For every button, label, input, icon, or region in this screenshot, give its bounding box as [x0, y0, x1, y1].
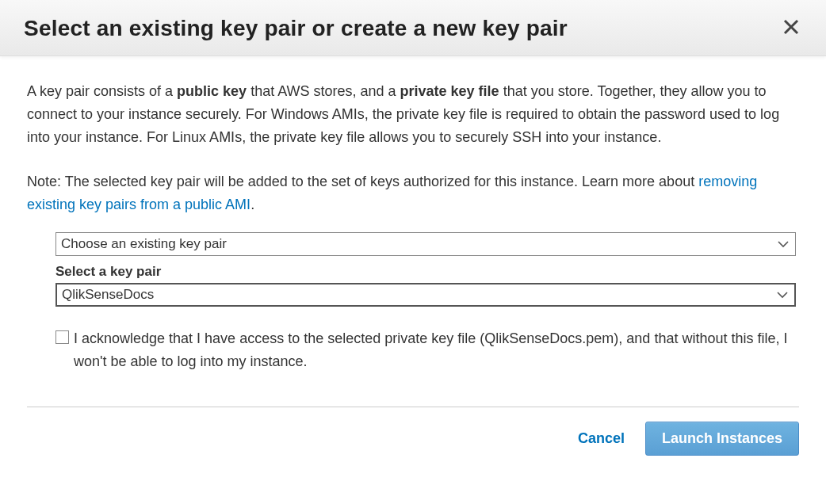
dialog-body: A key pair consists of a public key that… — [0, 56, 826, 407]
dialog-title: Select an existing key pair or create a … — [24, 16, 568, 41]
form-area: Choose an existing key pair Select a key… — [27, 232, 799, 373]
dialog-footer: Cancel Launch Instances — [27, 407, 799, 475]
acknowledge-text: I acknowledge that I have access to the … — [74, 327, 788, 373]
desc-text-c: that AWS stores, and a — [247, 83, 400, 99]
close-icon[interactable] — [780, 17, 802, 40]
dialog-header: Select an existing key pair or create a … — [0, 0, 826, 56]
description-paragraph: A key pair consists of a public key that… — [27, 80, 799, 148]
desc-bold-private-key-file: private key file — [400, 83, 499, 99]
keypair-mode-select-value: Choose an existing key pair — [61, 236, 227, 252]
chevron-down-icon — [777, 291, 788, 299]
chevron-down-icon — [778, 240, 789, 248]
note-paragraph: Note: The selected key pair will be adde… — [27, 170, 799, 216]
note-prefix: Note: The selected key pair will be adde… — [27, 174, 698, 189]
keypair-mode-select[interactable]: Choose an existing key pair — [55, 232, 796, 256]
note-suffix: . — [250, 197, 254, 212]
launch-instances-button[interactable]: Launch Instances — [645, 422, 799, 456]
keypair-dialog: Select an existing key pair or create a … — [0, 0, 826, 475]
desc-bold-public-key: public key — [177, 83, 247, 99]
desc-text-a: A key pair consists of a — [27, 83, 177, 99]
keypair-select-value: QlikSenseDocs — [62, 287, 154, 303]
cancel-button[interactable]: Cancel — [578, 430, 625, 447]
acknowledge-checkbox[interactable] — [55, 330, 69, 344]
keypair-select-label: Select a key pair — [55, 264, 796, 280]
acknowledge-row: I acknowledge that I have access to the … — [55, 327, 796, 373]
keypair-select[interactable]: QlikSenseDocs — [55, 283, 796, 307]
